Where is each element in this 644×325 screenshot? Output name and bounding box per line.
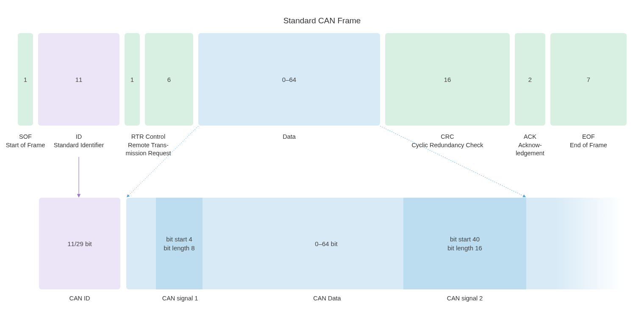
field-id-long: Standard Identifier [38,141,119,150]
detail-signal-1: bit start 4 bit length 8 [156,198,203,289]
field-rtr: 1 [125,33,140,126]
field-eof-long: End of Frame [550,141,627,150]
field-rtr-long: Remote Trans- mission Request [114,141,182,158]
detail-row: 11/29 bit 0–64 bit bit start 4 bit lengt… [39,198,626,289]
frame-fields-row: 1 11 1 6 0–64 16 2 7 [18,33,626,126]
field-ctrl: 6 [145,33,193,126]
detail-signal-2: bit start 40 bit length 16 [403,198,526,289]
detail-signal-1-line2: bit length 8 [164,244,194,252]
field-eof: 7 [550,33,627,126]
field-sof: 1 [18,33,33,126]
can-frame-diagram: Standard CAN Frame 1 11 1 6 0–64 16 2 7 … [0,0,644,325]
field-ack-short: ACK [506,133,554,141]
field-ack-long: Acknow- ledgement [506,141,554,158]
detail-signal-2-label: CAN signal 2 [403,294,526,303]
field-crc-short: CRC [385,133,510,141]
field-id: 11 [38,33,119,126]
detail-signal-2-line1: bit start 40 [447,235,482,244]
field-id-short: ID [38,133,119,141]
field-eof-short: EOF [550,133,627,141]
field-crc-long: Cyclic Redundancy Check [385,141,510,150]
detail-can-data-label: CAN Data [242,294,412,303]
detail-signal-1-label: CAN signal 1 [141,294,219,303]
detail-can-id: 11/29 bit [39,198,120,289]
field-data-short: Data [198,133,380,141]
detail-can-data-value: 0–64 bit [315,240,337,247]
detail-signal-2-line2: bit length 16 [447,244,482,252]
detail-can-id-label: CAN ID [39,294,120,303]
diagram-title: Standard CAN Frame [0,0,644,25]
detail-fade-tail [526,198,623,289]
field-rtr-short: RTR Control [114,133,182,141]
detail-signal-1-line1: bit start 4 [164,235,194,244]
field-crc: 16 [385,33,510,126]
field-ack: 2 [515,33,545,126]
field-data: 0–64 [198,33,380,126]
